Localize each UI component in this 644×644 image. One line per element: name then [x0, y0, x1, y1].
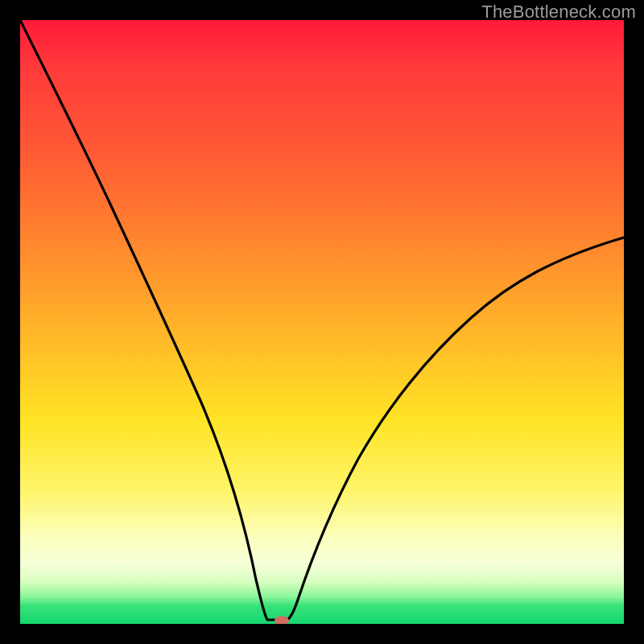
plot-area [20, 20, 624, 624]
chart-frame: TheBottleneck.com [0, 0, 644, 644]
bottleneck-curve [20, 20, 624, 624]
trough-marker-icon [275, 616, 289, 624]
curve-path [20, 20, 624, 620]
